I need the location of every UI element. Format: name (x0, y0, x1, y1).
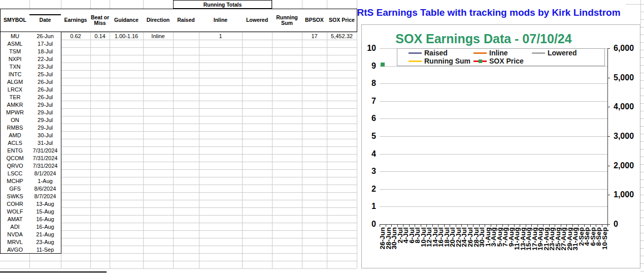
x-axis-tick (397, 224, 398, 227)
edge-row-gridline (640, 134, 644, 134)
edge-row-gridline (640, 103, 644, 104)
x-axis-tick (438, 224, 438, 227)
x-axis-tick (531, 224, 532, 227)
legend-label-lowered[interactable]: Lowered (548, 49, 577, 57)
x-axis-tick (421, 224, 421, 227)
x-axis-tick (508, 224, 509, 227)
chart-gridline (380, 154, 607, 155)
legend-label-sox-price[interactable]: SOX Price (489, 57, 524, 65)
right-axis-label: 5,000 (614, 74, 640, 82)
edge-row-gridline (640, 141, 644, 142)
x-axis-tick (502, 224, 503, 227)
right-axis-tick (607, 78, 610, 78)
x-axis-tick (461, 224, 462, 227)
chart-gridline (380, 171, 607, 172)
x-axis-tick (537, 224, 538, 227)
left-axis-label: 9 (359, 62, 376, 70)
chart-title: SOX Earnings Data - 07/10/24 (380, 32, 588, 46)
left-axis-label: 2 (359, 185, 376, 193)
x-axis-tick (590, 224, 591, 227)
legend-marker-sample (479, 59, 482, 63)
edge-row-gridline (640, 225, 644, 226)
edge-row-gridline (640, 157, 644, 157)
x-axis-tick (444, 224, 445, 227)
edge-row-gridline (640, 111, 644, 111)
right-axis-tick (607, 48, 610, 49)
excel-workbook: { "spreadsheet": { "running_totals_label… (0, 0, 644, 273)
right-axis-label: 3,000 (614, 132, 640, 140)
x-axis-tick (409, 224, 410, 227)
chart-gridline (380, 101, 607, 102)
right-axis-tick (607, 107, 610, 107)
x-axis-tick (578, 224, 579, 227)
edge-row-gridline (640, 118, 644, 119)
chart-gridline (380, 206, 607, 207)
x-axis-tick (456, 224, 456, 227)
edge-row-gridline (640, 12, 644, 12)
edge-row-gridline (640, 88, 644, 88)
x-axis-tick (496, 224, 497, 227)
left-axis-label: 8 (359, 79, 376, 87)
legend-label-raised[interactable]: Raised (424, 49, 448, 57)
right-axis-label: 0 (614, 220, 640, 228)
x-axis-tick (566, 224, 567, 227)
x-axis-tick (491, 224, 491, 227)
worksheet-title: RtS Earnings Table with tracking mods by… (357, 7, 621, 18)
x-axis-tick (426, 224, 427, 227)
right-axis-label: 1,000 (614, 191, 640, 199)
edge-row-gridline (640, 210, 644, 210)
x-axis-label: 10-Sep (601, 227, 608, 250)
right-axis-tick (607, 224, 610, 225)
x-axis-tick (549, 224, 550, 227)
left-axis-label: 3 (359, 167, 376, 175)
edge-row-gridline (640, 73, 644, 73)
x-axis-tick (514, 224, 515, 227)
x-axis-tick (555, 224, 555, 227)
left-axis-label: 0 (359, 220, 376, 228)
x-axis-tick (572, 224, 573, 227)
edge-row-gridline (640, 218, 644, 218)
x-axis-tick (602, 224, 602, 227)
left-axis-label: 1 (359, 202, 376, 210)
edge-row-gridline (640, 96, 644, 96)
edge-row-gridline (640, 35, 644, 35)
edge-row-gridline (640, 172, 644, 172)
legend-label-running-sum[interactable]: Running Sum (424, 57, 470, 65)
legend-line-sample (409, 60, 422, 62)
edge-row-gridline (640, 263, 644, 264)
x-axis-tick (432, 224, 433, 227)
x-axis-tick (467, 224, 468, 227)
right-axis-label: 4,000 (614, 103, 640, 111)
right-axis-tick (607, 136, 610, 137)
right-axis-label: 6,000 (614, 44, 640, 52)
edge-row-gridline (640, 256, 644, 256)
edge-row-gridline (640, 202, 644, 203)
x-axis-tick (450, 224, 450, 227)
legend-line-sample (409, 52, 422, 54)
legend-line-sample (532, 52, 545, 54)
edge-row-gridline (640, 179, 644, 180)
edge-row-gridline (640, 248, 644, 249)
x-axis-tick (380, 224, 380, 227)
x-axis-tick (386, 224, 386, 227)
sox-earnings-chart: RtS Earnings Table with tracking mods by… (0, 0, 644, 273)
edge-row-gridline (640, 271, 644, 271)
x-axis-tick (584, 224, 585, 227)
edge-row-gridline (640, 233, 644, 233)
edge-row-gridline (640, 149, 644, 149)
edge-row-gridline (640, 50, 644, 50)
legend-label-inline[interactable]: Inline (489, 49, 508, 57)
left-axis-label: 4 (359, 150, 376, 158)
left-axis-label: 10 (359, 44, 376, 52)
right-axis-tick (607, 166, 610, 166)
sox-price-data-point[interactable] (381, 63, 385, 67)
edge-row-gridline (640, 80, 644, 81)
x-axis-tick (561, 224, 561, 227)
chart-gridline (380, 189, 607, 190)
left-axis-label: 6 (359, 114, 376, 123)
edge-row-gridline (626, 4, 644, 5)
x-axis-tick (479, 224, 480, 227)
edge-row-gridline (640, 164, 644, 165)
x-axis-tick (473, 224, 473, 227)
right-axis-label: 2,000 (614, 162, 640, 170)
